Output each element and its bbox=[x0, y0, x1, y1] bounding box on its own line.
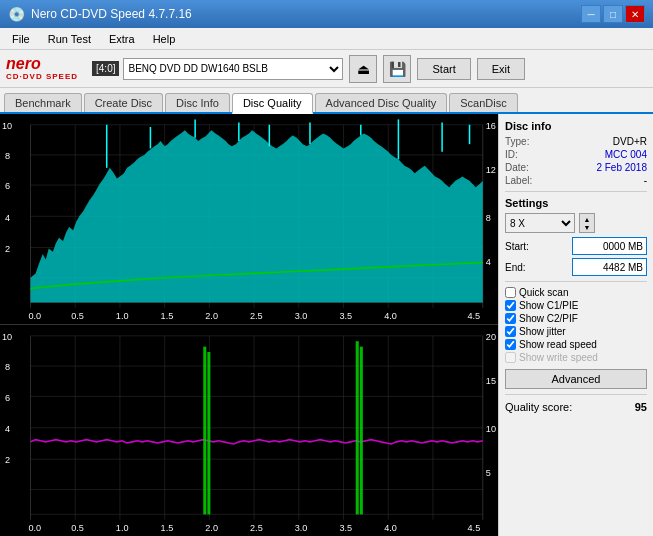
svg-text:1.0: 1.0 bbox=[116, 309, 129, 320]
show-read-speed-label: Show read speed bbox=[519, 339, 597, 350]
svg-text:20: 20 bbox=[486, 331, 496, 342]
tab-benchmark[interactable]: Benchmark bbox=[4, 93, 82, 112]
svg-text:0.5: 0.5 bbox=[71, 309, 84, 320]
close-button[interactable]: ✕ bbox=[625, 5, 645, 23]
divider-3 bbox=[505, 394, 647, 395]
svg-text:4: 4 bbox=[486, 256, 491, 267]
menu-extra[interactable]: Extra bbox=[101, 31, 143, 47]
svg-text:4: 4 bbox=[5, 211, 10, 222]
svg-text:16: 16 bbox=[486, 120, 496, 131]
start-button[interactable]: Start bbox=[417, 58, 470, 80]
svg-text:0.0: 0.0 bbox=[28, 309, 41, 320]
checkbox-read-speed: Show read speed bbox=[505, 339, 647, 350]
checkbox-quick-scan: Quick scan bbox=[505, 287, 647, 298]
eject-button[interactable]: ⏏ bbox=[349, 55, 377, 83]
svg-text:4: 4 bbox=[5, 423, 10, 434]
show-jitter-checkbox[interactable] bbox=[505, 326, 516, 337]
show-write-speed-label: Show write speed bbox=[519, 352, 598, 363]
nero-logo: nero CD·DVD SPEED bbox=[6, 56, 78, 81]
svg-text:1.5: 1.5 bbox=[161, 309, 174, 320]
toolbar: nero CD·DVD SPEED [4:0] BENQ DVD DD DW16… bbox=[0, 50, 653, 88]
end-mb-row: End: bbox=[505, 258, 647, 276]
disc-type-row: Type: DVD+R bbox=[505, 136, 647, 147]
disc-id-value: MCC 004 bbox=[605, 149, 647, 160]
drive-label: [4:0] bbox=[92, 61, 119, 76]
minimize-button[interactable]: ─ bbox=[581, 5, 601, 23]
svg-rect-67 bbox=[203, 347, 206, 515]
svg-text:1.5: 1.5 bbox=[161, 521, 174, 532]
show-c1-pie-checkbox[interactable] bbox=[505, 300, 516, 311]
menu-file[interactable]: File bbox=[4, 31, 38, 47]
end-label: End: bbox=[505, 262, 526, 273]
speed-combo[interactable]: 8 X bbox=[505, 213, 575, 233]
disc-label-label: Label: bbox=[505, 175, 532, 186]
quick-scan-checkbox[interactable] bbox=[505, 287, 516, 298]
exit-button[interactable]: Exit bbox=[477, 58, 525, 80]
checkbox-c1-pie: Show C1/PIE bbox=[505, 300, 647, 311]
bottom-chart: 10 8 6 4 2 20 15 10 5 0.0 0.5 1.0 1.5 2.… bbox=[0, 325, 498, 536]
svg-text:4.5: 4.5 bbox=[468, 521, 481, 532]
start-label: Start: bbox=[505, 241, 529, 252]
disc-id-label: ID: bbox=[505, 149, 518, 160]
save-button[interactable]: 💾 bbox=[383, 55, 411, 83]
show-read-speed-checkbox[interactable] bbox=[505, 339, 516, 350]
show-jitter-label: Show jitter bbox=[519, 326, 566, 337]
tab-create-disc[interactable]: Create Disc bbox=[84, 93, 163, 112]
disc-label-value: - bbox=[644, 175, 647, 186]
svg-text:8: 8 bbox=[486, 211, 491, 222]
tab-advanced-disc-quality[interactable]: Advanced Disc Quality bbox=[315, 93, 448, 112]
svg-text:5: 5 bbox=[486, 467, 491, 478]
svg-rect-68 bbox=[207, 352, 210, 514]
advanced-button[interactable]: Advanced bbox=[505, 369, 647, 389]
tab-disc-quality[interactable]: Disc Quality bbox=[232, 93, 313, 114]
disc-date-label: Date: bbox=[505, 162, 529, 173]
nero-logo-bottom: CD·DVD SPEED bbox=[6, 72, 78, 81]
speed-row: 8 X ▲ ▼ bbox=[505, 213, 647, 233]
show-c2-pif-checkbox[interactable] bbox=[505, 313, 516, 324]
end-mb-field[interactable] bbox=[572, 258, 647, 276]
quality-score-value: 95 bbox=[635, 401, 647, 413]
svg-rect-48 bbox=[0, 325, 498, 536]
svg-text:10: 10 bbox=[486, 423, 496, 434]
disc-date-row: Date: 2 Feb 2018 bbox=[505, 162, 647, 173]
svg-text:3.5: 3.5 bbox=[339, 521, 352, 532]
disc-type-label: Type: bbox=[505, 136, 529, 147]
tab-scandisc[interactable]: ScanDisc bbox=[449, 93, 517, 112]
disc-info-title: Disc info bbox=[505, 120, 647, 132]
svg-text:10: 10 bbox=[2, 120, 12, 131]
settings-title: Settings bbox=[505, 197, 647, 209]
disc-type-value: DVD+R bbox=[613, 136, 647, 147]
tabs-bar: Benchmark Create Disc Disc Info Disc Qua… bbox=[0, 88, 653, 114]
svg-text:2.5: 2.5 bbox=[250, 309, 263, 320]
drive-selector: [4:0] BENQ DVD DD DW1640 BSLB bbox=[92, 58, 343, 80]
right-panel: Disc info Type: DVD+R ID: MCC 004 Date: … bbox=[498, 114, 653, 536]
start-mb-field[interactable] bbox=[572, 237, 647, 255]
svg-text:10: 10 bbox=[2, 331, 12, 342]
svg-text:1.0: 1.0 bbox=[116, 521, 129, 532]
menu-run-test[interactable]: Run Test bbox=[40, 31, 99, 47]
tab-disc-info[interactable]: Disc Info bbox=[165, 93, 230, 112]
main-content: 10 8 6 4 2 16 12 8 4 0.0 0.5 1.0 1.5 2.0… bbox=[0, 114, 653, 536]
divider-1 bbox=[505, 191, 647, 192]
bottom-chart-svg: 10 8 6 4 2 20 15 10 5 0.0 0.5 1.0 1.5 2.… bbox=[0, 325, 498, 536]
start-mb-row: Start: bbox=[505, 237, 647, 255]
svg-rect-69 bbox=[356, 341, 359, 514]
svg-text:0.0: 0.0 bbox=[28, 521, 41, 532]
svg-text:2.0: 2.0 bbox=[205, 309, 218, 320]
drive-combo[interactable]: BENQ DVD DD DW1640 BSLB bbox=[123, 58, 343, 80]
svg-text:6: 6 bbox=[5, 391, 10, 402]
svg-text:3.0: 3.0 bbox=[295, 309, 308, 320]
svg-text:15: 15 bbox=[486, 375, 496, 386]
divider-2 bbox=[505, 281, 647, 282]
checkbox-jitter: Show jitter bbox=[505, 326, 647, 337]
speed-spin-button[interactable]: ▲ ▼ bbox=[579, 213, 595, 233]
quick-scan-label: Quick scan bbox=[519, 287, 568, 298]
show-c1-pie-label: Show C1/PIE bbox=[519, 300, 578, 311]
menu-help[interactable]: Help bbox=[145, 31, 184, 47]
disc-id-row: ID: MCC 004 bbox=[505, 149, 647, 160]
nero-logo-top: nero bbox=[6, 56, 78, 72]
disc-date-value: 2 Feb 2018 bbox=[596, 162, 647, 173]
svg-text:8: 8 bbox=[5, 361, 10, 372]
show-write-speed-checkbox[interactable] bbox=[505, 352, 516, 363]
maximize-button[interactable]: □ bbox=[603, 5, 623, 23]
